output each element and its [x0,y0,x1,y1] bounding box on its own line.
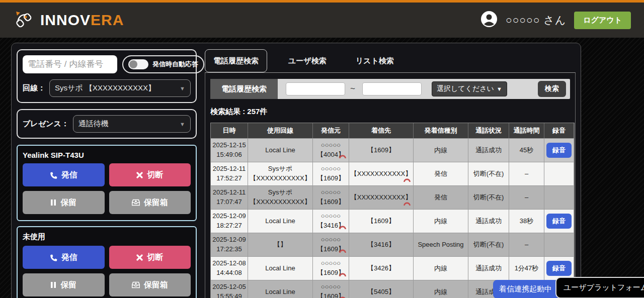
line-select-value: Sysサポ 【XXXXXXXXXXX】 [55,83,155,93]
cell-source: ○○○○○【1609】 [313,280,349,298]
cell-destination: 【3426】 [349,257,414,280]
table-row: 2025-12-1117:07:47Sysサポ【XXXXXXXXXXX】○○○○… [211,185,574,209]
hold-button[interactable]: 保留 [23,191,105,214]
filter-select[interactable]: 選択してください ▼ [432,81,507,96]
phone-number-input[interactable] [23,55,117,73]
call-button[interactable]: 発信 [23,163,105,186]
result-count: 検索結果 : 257件 [210,107,570,117]
cell-duration: 45秒 [509,139,544,162]
cell-direction: Speech Posting [414,233,468,256]
column-header-direction: 発着信種別 [414,123,468,138]
search-bar-title: 電話履歴検索 [210,79,278,99]
cell-line: Local Line [248,210,313,233]
x-icon [136,254,143,261]
cell-destination: 【1609】 [349,139,414,162]
record-play-button[interactable]: 録音 [546,214,572,229]
brand-name: INNOVERA [40,12,124,29]
cell-duration: – [509,162,544,185]
incoming-link-active-button[interactable]: 着信連携起動中 [493,280,558,298]
cell-destination: 【1609】 [349,210,414,233]
history-panel: 電話履歴検索 ユーザ検索 リスト検索 電話履歴検索 ~ 選択してください ▼ 検… [205,49,576,298]
tab-bar: 電話履歴検索 ユーザ検索 リスト検索 [205,49,576,72]
call-history-table: 日時 使用回線 発信元 着信先 発着信種別 通話状況 通話時間 録音 2025-… [210,123,575,298]
date-to-input[interactable] [362,82,422,95]
cell-line: Sysサポ【XXXXXXXXXXX】 [248,162,313,185]
cell-datetime: 2025-12-1515:49:06 [211,139,248,162]
user-name: ○○○○○ さん [506,13,566,27]
tab-user-search[interactable]: ユーザ検索 [280,49,335,72]
table-header-row: 日時 使用回線 発信元 着信先 発着信種別 通話状況 通話時間 録音 [211,123,574,138]
chevron-down-icon: ▼ [497,86,502,92]
table-row: 2025-12-0918:27:27Local Line○○○○○【3416】【… [211,209,574,233]
red-handset-icon [339,152,346,161]
cell-duration: 38秒 [509,210,544,233]
cell-line: Local Line [248,257,313,280]
cell-destination: 【5405】 [349,280,414,298]
date-from-input[interactable] [286,82,345,95]
device-title: Yealink SIP-T43U [23,151,191,159]
user-platform-button[interactable]: ユーザプラットフォーム [555,277,644,298]
hold-button[interactable]: 保留 [23,273,105,296]
cell-source: ○○○○○【1609】 [313,257,349,280]
pause-icon [50,281,56,288]
cell-source: ○○○○○【4004】 [313,139,349,162]
search-button[interactable]: 検索 [538,81,566,97]
device-panel-unused: 未使用 発信 切断 保留 保留箱 [17,226,197,298]
cell-duration: – [509,186,544,209]
cell-status: 通話成功 [468,139,509,162]
cell-status: 切断(不在) [468,233,509,256]
record-play-button[interactable]: 録音 [546,261,572,276]
main-panel: 発信時自動応答 回線： Sysサポ 【XXXXXXXXXXX】 ▼ プレゼンス：… [11,43,581,298]
cell-datetime: 2025-12-0918:27:27 [211,210,248,233]
device-title: 未使用 [23,232,191,242]
cell-direction: 内線 [414,210,468,233]
hold-box-button[interactable]: 保留箱 [109,273,191,296]
column-header-source: 発信元 [313,123,349,138]
cell-destination: 【XXXXXXXXXXX】 [349,162,414,185]
tab-call-history-search[interactable]: 電話履歴検索 [205,49,267,72]
column-header-destination: 着信先 [349,123,414,138]
auto-answer-toggle[interactable]: 発信時自動応答 [122,55,204,73]
red-handset-icon [339,223,346,232]
line-select[interactable]: Sysサポ 【XXXXXXXXXXX】 ▼ [49,79,191,97]
red-handset-icon [404,199,411,209]
column-header-record: 録音 [544,123,574,138]
presence-select[interactable]: 通話待機 ▼ [73,115,191,133]
table-row: 2025-12-1117:52:27Sysサポ【XXXXXXXXXXX】○○○○… [211,162,574,185]
column-header-datetime: 日時 [211,123,248,138]
auto-answer-label: 発信時自動応答 [152,60,198,69]
filter-select-value: 選択してください [437,84,494,93]
call-history-body: 2025-12-1515:49:06Local Line○○○○○【4004】【… [211,138,574,298]
hold-box-button[interactable]: 保留箱 [109,191,191,214]
app-header: INNOVERA ○○○○○ さん ログアウト [0,0,644,38]
cell-direction: 発信 [414,162,468,185]
inbox-icon [132,281,140,288]
inbox-icon [132,199,140,206]
column-header-status: 通話状況 [468,123,509,138]
logout-button[interactable]: ログアウト [574,12,631,29]
cell-duration: – [509,233,544,256]
cell-direction: 発信 [414,186,468,209]
cell-destination: 【XXXXXXXXXXX】 [349,186,414,209]
cell-datetime: 2025-12-1117:07:47 [211,186,248,209]
red-handset-icon [339,293,346,298]
call-button[interactable]: 発信 [23,246,105,269]
dial-control-box: 発信時自動応答 回線： Sysサポ 【XXXXXXXXXXX】 ▼ [17,49,197,103]
cell-datetime: 2025-12-0515:55:49 [211,280,248,298]
hangup-button[interactable]: 切断 [109,246,191,269]
red-handset-icon [339,270,346,279]
hangup-button[interactable]: 切断 [109,163,191,186]
range-separator: ~ [350,84,355,94]
cell-record [544,162,574,185]
phone-icon [50,171,57,179]
tab-list-search[interactable]: リスト検索 [348,49,402,72]
cell-source: ○○○○○【1609】 [313,186,349,209]
presence-label: プレゼンス： [23,119,69,129]
table-row: 2025-12-1515:49:06Local Line○○○○○【4004】【… [211,138,574,162]
toggle-switch-icon [128,59,148,69]
device-panel-yealink: Yealink SIP-T43U 発信 切断 保留 保留箱 [17,145,197,221]
red-handset-icon [404,175,411,185]
cell-destination: 【3416】 [349,233,414,256]
record-play-button[interactable]: 録音 [546,143,572,158]
cell-record: 録音 [544,139,574,162]
